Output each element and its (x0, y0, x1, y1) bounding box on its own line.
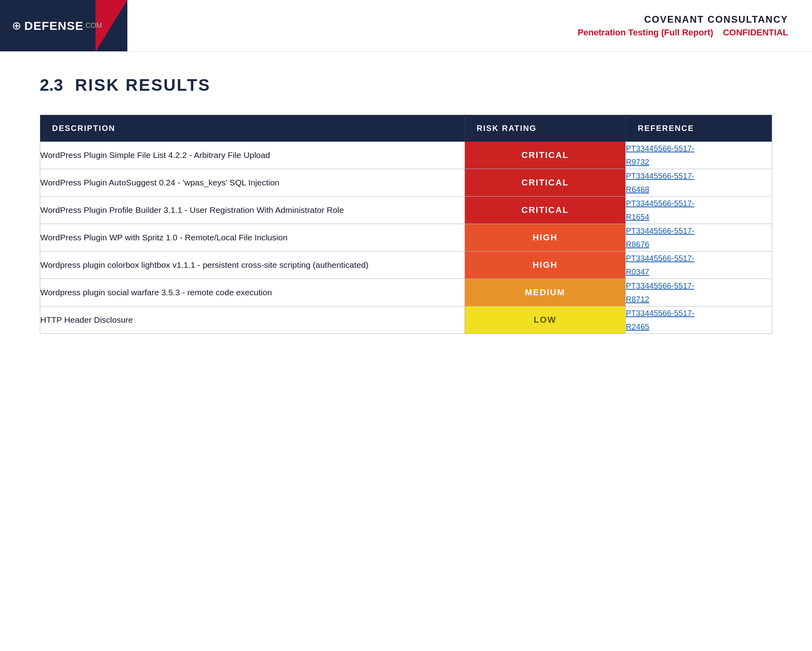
logo-com-text: .COM (84, 21, 102, 30)
table-header-row: DESCRIPTION RISK RATING REFERENCE (40, 115, 772, 142)
reference-cell: PT33445566-5517-R6468 (626, 169, 772, 197)
risk-rating-cell: CRITICAL (465, 142, 626, 169)
section-title-row: 2.3 RISK RESULTS (40, 76, 772, 95)
logo-icon: ⊕ (12, 19, 21, 32)
reference-link[interactable]: PT33445566-5517-R9732 (626, 144, 694, 166)
description-cell: WordPress Plugin WP with Spritz 1.0 - Re… (40, 224, 465, 251)
col-header-description: DESCRIPTION (40, 115, 465, 142)
description-cell: Wordpress plugin social warfare 3.5.3 - … (40, 279, 465, 306)
reference-link[interactable]: PT33445566-5517-R1654 (626, 199, 694, 221)
reference-link[interactable]: PT33445566-5517-R0347 (626, 254, 694, 276)
reference-cell: PT33445566-5517-R1654 (626, 197, 772, 224)
reference-cell: PT33445566-5517-R8676 (626, 224, 772, 251)
logo-area: ⊕ DEFENSE .COM (0, 0, 127, 51)
risk-rating-cell: CRITICAL (465, 197, 626, 224)
confidential-label: CONFIDENTIAL (723, 27, 788, 37)
table-row: Wordpress plugin social warfare 3.5.3 - … (40, 279, 772, 306)
col-header-reference: REFERENCE (626, 115, 772, 142)
reference-cell: PT33445566-5517-R8712 (626, 279, 772, 306)
section-number: 2.3 (40, 76, 63, 95)
logo-content: ⊕ DEFENSE .COM (0, 19, 102, 33)
table-row: WordPress Plugin Profile Builder 3.1.1 -… (40, 197, 772, 224)
description-cell: WordPress Plugin Profile Builder 3.1.1 -… (40, 197, 465, 224)
table-row: WordPress Plugin Simple File List 4.2.2 … (40, 142, 772, 169)
risk-rating-cell: MEDIUM (465, 279, 626, 306)
section-title: RISK RESULTS (75, 76, 211, 95)
header-info: COVENANT CONSULTANCY Penetration Testing… (127, 0, 812, 51)
reference-link[interactable]: PT33445566-5517-R2465 (626, 309, 694, 331)
page-header: ⊕ DEFENSE .COM COVENANT CONSULTANCY Pene… (0, 0, 812, 52)
description-cell: WordPress Plugin AutoSuggest 0.24 - 'wpa… (40, 169, 465, 197)
risk-table: DESCRIPTION RISK RATING REFERENCE WordPr… (40, 115, 772, 334)
table-row: HTTP Header DisclosureLOWPT33445566-5517… (40, 306, 772, 334)
reference-link[interactable]: PT33445566-5517-R6468 (626, 172, 694, 194)
description-cell: WordPress Plugin Simple File List 4.2.2 … (40, 142, 465, 169)
reference-cell: PT33445566-5517-R2465 (626, 306, 772, 334)
reference-cell: PT33445566-5517-R0347 (626, 251, 772, 279)
risk-rating-cell: CRITICAL (465, 169, 626, 197)
logo-defense-text: DEFENSE (24, 19, 84, 33)
report-type: Penetration Testing (Full Report) (578, 27, 713, 37)
report-subtitle: Penetration Testing (Full Report) CONFID… (578, 27, 788, 38)
reference-link[interactable]: PT33445566-5517-R8712 (626, 281, 694, 304)
main-content: 2.3 RISK RESULTS DESCRIPTION RISK RATING… (0, 52, 812, 358)
col-header-risk-rating: RISK RATING (465, 115, 626, 142)
table-row: WordPress Plugin WP with Spritz 1.0 - Re… (40, 224, 772, 251)
description-cell: HTTP Header Disclosure (40, 306, 465, 334)
risk-rating-cell: LOW (465, 306, 626, 334)
risk-rating-cell: HIGH (465, 251, 626, 279)
description-cell: Wordpress plugin colorbox lightbox v1.1.… (40, 251, 465, 279)
reference-link[interactable]: PT33445566-5517-R8676 (626, 226, 694, 249)
reference-cell: PT33445566-5517-R9732 (626, 142, 772, 169)
risk-rating-cell: HIGH (465, 224, 626, 251)
table-row: WordPress Plugin AutoSuggest 0.24 - 'wpa… (40, 169, 772, 197)
company-name: COVENANT CONSULTANCY (644, 14, 788, 25)
table-row: Wordpress plugin colorbox lightbox v1.1.… (40, 251, 772, 279)
